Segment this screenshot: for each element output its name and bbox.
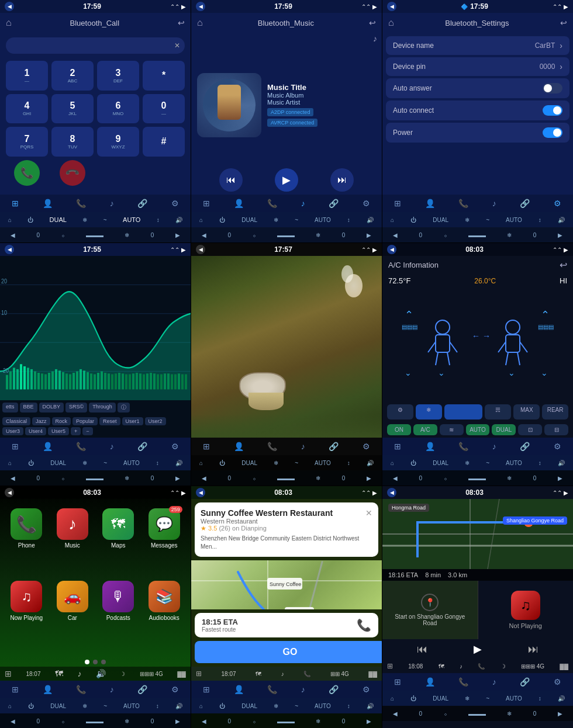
nav-music-p8[interactable]: ♪ xyxy=(301,685,305,694)
home-p9[interactable]: ⌂ xyxy=(391,695,394,702)
carplay-grid-icon[interactable]: ⊞ xyxy=(5,669,12,678)
nav-phone-p7[interactable]: 📞 xyxy=(76,685,86,694)
nav-settings-p6[interactable]: ⚙ xyxy=(554,442,561,451)
sl-p3[interactable]: ▬▬▬ xyxy=(468,232,486,238)
grid-p8[interactable]: ⊞ xyxy=(196,670,202,678)
eq-dolby[interactable]: DOLBY xyxy=(39,403,64,412)
play-button[interactable]: ▶ xyxy=(275,168,298,192)
next-button[interactable]: ⏭ xyxy=(330,168,354,192)
nav-grid-p3[interactable]: ⊞ xyxy=(394,199,401,208)
power-p2[interactable]: ⏻ xyxy=(219,217,225,223)
ac-on-btn[interactable]: ON xyxy=(387,424,411,435)
ac-back-icon[interactable]: ↩ xyxy=(560,259,567,271)
power-toggle[interactable] xyxy=(543,127,562,138)
dial-star[interactable]: * xyxy=(143,61,185,91)
nav-settings-p9[interactable]: ⚙ xyxy=(554,677,561,687)
call-button[interactable]: 📞 xyxy=(14,160,40,186)
right-p3[interactable]: ▶ xyxy=(558,232,562,238)
right-p4[interactable]: ▶ xyxy=(175,475,180,481)
home-p8[interactable]: ⌂ xyxy=(199,703,203,709)
right-temp-p2[interactable]: ▶ xyxy=(367,232,371,238)
knob-p3[interactable]: ⬦ xyxy=(444,232,447,238)
nav-grid-icon[interactable]: ⊞ xyxy=(12,199,19,208)
nav-person-p4[interactable]: 👤 xyxy=(43,442,53,451)
nav-grid-p8[interactable]: ⊞ xyxy=(203,685,210,694)
eq-plus[interactable]: + xyxy=(71,427,81,435)
climate-power[interactable]: ⏻ xyxy=(27,217,33,223)
vol-p9[interactable]: 🔊 xyxy=(558,695,565,702)
power-p5[interactable]: ⏻ xyxy=(219,460,225,466)
nav-settings-p7[interactable]: ⚙ xyxy=(171,685,179,694)
ac-gear-btn[interactable]: ⚙ xyxy=(387,404,413,420)
power-p4[interactable]: ⏻ xyxy=(28,460,34,466)
temp-knob[interactable]: ⬦ xyxy=(61,232,65,238)
back-button-p2[interactable]: ◀ xyxy=(196,2,205,11)
arrows-p5[interactable]: ↕ xyxy=(347,460,350,466)
ac-snowflake-btn[interactable]: ❄ xyxy=(416,404,442,420)
left-temp-p2[interactable]: ◀ xyxy=(202,232,206,238)
nav-settings-icon-p2[interactable]: ⚙ xyxy=(363,199,370,208)
nav-link-icon[interactable]: 🔗 xyxy=(137,199,147,208)
nav-settings-p8[interactable]: ⚙ xyxy=(363,685,370,694)
np-play-button[interactable]: ▶ xyxy=(474,643,482,656)
back-button-p4[interactable]: ◀ xyxy=(5,245,14,254)
dial-4[interactable]: 4GHI xyxy=(6,94,48,124)
go-button[interactable]: GO xyxy=(195,641,382,663)
map-view[interactable]: Sunny Coffee Western... xyxy=(191,560,382,609)
np-map-area[interactable]: Hongma Road Shangliao Gongye Road xyxy=(382,499,573,569)
arrows2-p6[interactable]: ↕ xyxy=(539,460,541,466)
nav-phone-icon-p2[interactable]: 📞 xyxy=(267,199,277,208)
left-p4[interactable]: ◀ xyxy=(11,475,15,481)
arrows-p7c[interactable]: ↕ xyxy=(156,703,159,709)
right-p8[interactable]: ▶ xyxy=(367,718,371,724)
nav-music-p4[interactable]: ♪ xyxy=(110,442,114,451)
power-p7[interactable]: ⏻ xyxy=(28,703,34,709)
nav-person-p7[interactable]: 👤 xyxy=(43,685,53,694)
fan-p2[interactable]: ❄ xyxy=(274,217,278,223)
app-messages[interactable]: 💬 259 Messages xyxy=(144,508,185,576)
slider-p2[interactable]: ▬▬▬ xyxy=(277,232,295,238)
app-maps[interactable]: 🗺 Maps xyxy=(98,508,139,576)
vol-p2[interactable]: 🔊 xyxy=(367,217,374,223)
dial-5[interactable]: 5JKL xyxy=(51,94,94,124)
sl-p4[interactable]: ▬▬▬ xyxy=(86,475,103,481)
vol-p8[interactable]: 🔊 xyxy=(367,703,374,709)
dial-2[interactable]: 2ABC xyxy=(51,61,94,91)
back-arrow-p3[interactable]: ↩ xyxy=(560,18,567,27)
eq-user4[interactable]: User4 xyxy=(25,427,46,435)
close-card-button[interactable]: ✕ xyxy=(365,508,372,551)
ac-dual-btn[interactable]: DUAL xyxy=(492,424,516,435)
power-p9[interactable]: ⏻ xyxy=(410,695,416,702)
sl-p9[interactable]: ▬▬▬ xyxy=(468,710,486,717)
ac-max-btn[interactable]: MAX xyxy=(513,404,540,420)
arrows-p4[interactable]: ↕ xyxy=(156,460,159,466)
sl-p8[interactable]: ▬▬▬ xyxy=(277,718,295,724)
volp3[interactable]: 🔊 xyxy=(558,217,565,223)
left-arrow-temp[interactable]: ◀ xyxy=(11,232,15,238)
back-button-p6[interactable]: ◀ xyxy=(387,245,396,254)
eq-srs[interactable]: SRS© xyxy=(65,403,87,412)
power-p3c[interactable]: ⏻ xyxy=(410,217,416,223)
eq-user5[interactable]: User5 xyxy=(48,427,69,435)
left-p8[interactable]: ◀ xyxy=(202,718,206,724)
nav-phone-p9[interactable]: 📞 xyxy=(458,677,468,687)
device-pin-row[interactable]: Device pin 0000 › xyxy=(386,57,569,76)
right-arrow-temp[interactable]: ▶ xyxy=(175,232,180,238)
home-p2[interactable]: ⌂ xyxy=(199,217,203,223)
vol-p6[interactable]: 🔊 xyxy=(558,460,565,466)
dot-1[interactable] xyxy=(85,660,89,664)
knob-p2[interactable]: ⬦ xyxy=(253,232,256,238)
sl-p6[interactable]: ▬▬▬ xyxy=(468,475,486,481)
home-p7[interactable]: ⌂ xyxy=(8,703,12,709)
ac-wave-p6[interactable]: ~ xyxy=(486,460,489,466)
vol-p7[interactable]: 🔊 xyxy=(175,703,182,709)
right-p6[interactable]: ▶ xyxy=(558,475,562,481)
home-p6[interactable]: ⌂ xyxy=(391,460,394,466)
ac-p8[interactable]: ~ xyxy=(295,703,298,709)
home-p3[interactable]: ⌂ xyxy=(391,217,394,223)
nav-grid-icon-p2[interactable]: ⊞ xyxy=(203,199,210,208)
ac-p9[interactable]: ~ xyxy=(486,695,489,702)
knob-p6[interactable]: ⬦ xyxy=(444,475,447,481)
fan-p8[interactable]: ❄ xyxy=(274,703,278,709)
nav-phone-p4[interactable]: 📞 xyxy=(76,442,86,451)
